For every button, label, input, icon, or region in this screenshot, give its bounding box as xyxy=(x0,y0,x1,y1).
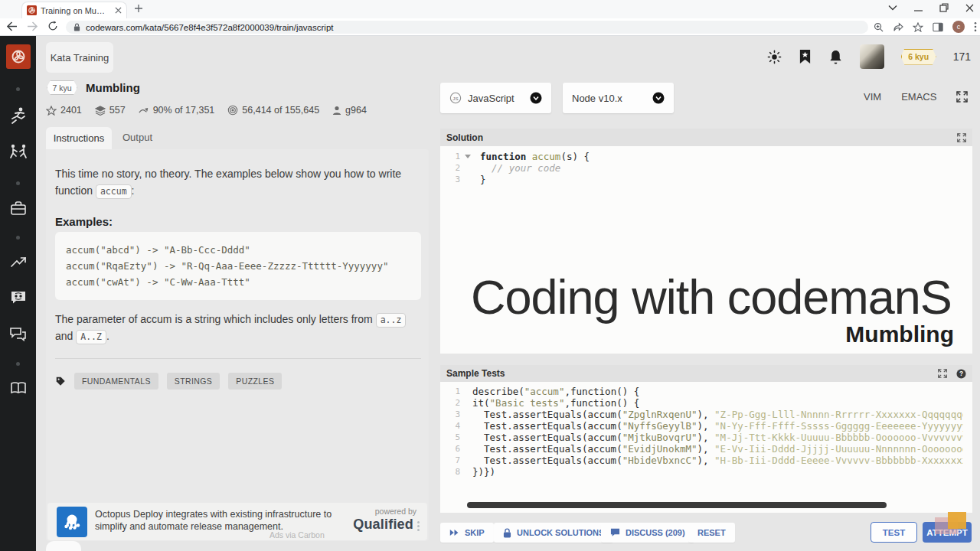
tab-output[interactable]: Output xyxy=(122,132,152,143)
line-number: 4 xyxy=(440,420,463,432)
video-watermark-channel: Coding with codemanS xyxy=(471,269,952,324)
code-line: describe("accum",function() { xyxy=(463,386,639,397)
window-menu-icon[interactable] xyxy=(888,5,897,11)
url-bar[interactable]: codewars.com/kata/5667e8f4e3f572a8f20000… xyxy=(66,21,868,34)
share-icon[interactable] xyxy=(893,22,903,32)
completions-value: 56,414 of 155,645 xyxy=(242,105,319,116)
star-icon[interactable] xyxy=(46,106,57,116)
tag-puzzles[interactable]: PUZZLES xyxy=(228,373,282,390)
url-text: codewars.com/kata/5667e8f4e3f572a8f20000… xyxy=(86,23,334,32)
svg-text:?: ? xyxy=(959,370,963,377)
window-restore-icon[interactable] xyxy=(939,3,949,12)
ad-attribution[interactable]: Ads via Carbon xyxy=(270,530,325,540)
leaderboard-trend-icon[interactable] xyxy=(10,255,27,269)
browser-menu-icon[interactable] xyxy=(974,21,977,32)
rank-badge[interactable]: 6 kyu xyxy=(901,49,936,65)
chat-widget-stub[interactable] xyxy=(46,541,81,551)
careers-briefcase-icon[interactable] xyxy=(10,201,27,216)
carbon-ad[interactable]: Octopus Deploy integrates with existing … xyxy=(47,503,427,540)
code-line: // your code xyxy=(463,162,560,174)
browser-tab[interactable]: Training on Mumbling | Codewa xyxy=(21,2,127,18)
kata-training-icon[interactable] xyxy=(9,106,28,126)
bookmark-star-icon[interactable] xyxy=(913,22,923,32)
language-select[interactable]: JS JavaScript xyxy=(440,83,551,113)
author-name[interactable]: g964 xyxy=(345,105,367,116)
line-number: 1 xyxy=(440,386,463,397)
svg-text:JS: JS xyxy=(452,96,458,101)
tag-fundamentals[interactable]: FUNDAMENTALS xyxy=(74,373,158,390)
sample-tests-expand-icon[interactable] xyxy=(938,369,947,378)
user-avatar[interactable] xyxy=(860,44,884,69)
tab-close-icon[interactable] xyxy=(115,7,122,14)
qualified-logo[interactable]: Qualified xyxy=(353,517,413,533)
line-number: 8 xyxy=(440,466,463,478)
stars-count: 2401 xyxy=(60,105,82,116)
forward-icon[interactable] xyxy=(27,21,38,31)
codewars-logo[interactable] xyxy=(6,44,31,69)
skip-button[interactable]: SKIP xyxy=(440,523,494,543)
code-line: Test.assertEquals(accum("ZpglnRxqenU"), … xyxy=(463,409,963,420)
tag-icon xyxy=(55,376,66,386)
examples-label: Examples: xyxy=(55,215,113,228)
description-text: The parameter of accum is a string which… xyxy=(55,313,373,325)
fold-icon[interactable] xyxy=(465,155,471,158)
solution-expand-icon[interactable] xyxy=(957,133,966,142)
line-number: 2 xyxy=(440,162,463,174)
tab-instructions[interactable]: Instructions xyxy=(46,127,112,149)
side-panel-icon[interactable] xyxy=(933,22,943,32)
sample-tests-editor[interactable]: 1describe("accum",function() { 2it("Basi… xyxy=(440,382,972,513)
runtime-select[interactable]: Node v10.x xyxy=(563,83,674,113)
code-line: Test.assertEquals(accum("NyffsGeyylB"), … xyxy=(463,420,963,432)
unlock-solutions-button[interactable]: UNLOCK SOLUTIONS xyxy=(494,523,613,543)
discord-icon[interactable] xyxy=(10,290,27,305)
docs-book-icon[interactable] xyxy=(10,381,27,395)
collections-count: 557 xyxy=(109,105,126,116)
favicon xyxy=(27,5,37,15)
collections-bookmark-icon[interactable] xyxy=(799,49,812,64)
fullscreen-icon[interactable] xyxy=(956,91,968,103)
kata-training-nav[interactable]: Kata Training xyxy=(46,42,113,73)
theme-toggle-sun-icon[interactable] xyxy=(767,50,782,64)
satisfaction-value: 90% of 17,351 xyxy=(153,105,215,116)
kata-rank-badge: 7 kyu xyxy=(47,80,77,95)
browser-profile-avatar[interactable]: c xyxy=(952,21,965,33)
javascript-icon: JS xyxy=(449,92,462,104)
chevron-down-icon xyxy=(530,92,542,104)
stat-stars: 2401 xyxy=(46,105,82,116)
test-button[interactable]: TEST xyxy=(871,522,917,543)
help-icon[interactable]: ? xyxy=(956,369,966,379)
reset-button[interactable]: RESET xyxy=(688,523,735,543)
instructions-panel xyxy=(46,149,429,541)
line-number: 1 xyxy=(440,151,463,162)
ad-text[interactable]: Octopus Deploy integrates with existing … xyxy=(95,508,332,533)
notifications-bell-icon[interactable] xyxy=(828,49,843,65)
emacs-button[interactable]: EMACS xyxy=(901,91,936,103)
line-number: 5 xyxy=(440,432,463,443)
line-number: 7 xyxy=(440,455,463,466)
code-line: } xyxy=(463,174,486,185)
window-controls xyxy=(888,3,974,12)
window-minimize-icon[interactable] xyxy=(914,4,923,12)
vim-button[interactable]: VIM xyxy=(864,91,881,103)
octopus-deploy-logo xyxy=(57,507,87,537)
kumite-icon[interactable] xyxy=(8,143,28,161)
line-number: 2 xyxy=(440,397,463,409)
chat-icon[interactable] xyxy=(9,327,27,342)
stat-completions: 56,414 of 155,645 xyxy=(227,105,319,116)
editor-mode-buttons: VIM EMACS xyxy=(864,91,968,103)
discuss-button[interactable]: DISCUSS (209) xyxy=(601,523,694,543)
sample-tests-title: Sample Tests xyxy=(446,368,505,379)
code-line: Test.assertEquals(accum("MjtkuBovqrU"), … xyxy=(463,432,963,443)
horizontal-scrollbar[interactable] xyxy=(467,502,887,508)
description-paragraph-2: The parameter of accum is a string which… xyxy=(55,311,421,344)
reload-icon[interactable] xyxy=(47,21,58,31)
tag-strings[interactable]: STRINGS xyxy=(167,373,220,390)
window-close-icon[interactable] xyxy=(965,4,974,12)
browser-tab-strip: Training on Mumbling | Codewa xyxy=(0,0,980,18)
back-icon[interactable] xyxy=(6,21,18,31)
kata-stats: 2401 557 90% of 17,351 56,414 of 155,645… xyxy=(46,105,367,116)
new-tab-button[interactable] xyxy=(134,4,143,13)
zoom-icon[interactable] xyxy=(874,22,884,32)
tab-title: Training on Mumbling | Codewa xyxy=(41,6,111,15)
tags-row: FUNDAMENTALS STRINGS PUZZLES xyxy=(55,373,282,390)
